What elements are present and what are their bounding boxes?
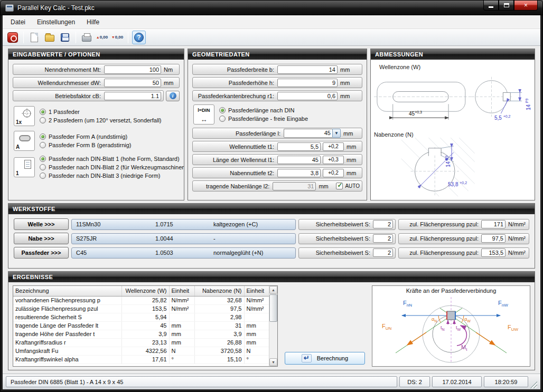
decimal-decrease-button[interactable]: ▼0,00 [110, 31, 124, 44]
betriebsfaktor-input[interactable]: 1.1 [104, 92, 161, 100]
passfederhoehe-input[interactable]: 9 [277, 79, 338, 87]
panel-eingabewerte: EINGABEWERTE / OPTIONEN Nenndrehmoment M… [8, 49, 184, 200]
col-header[interactable]: Nabenzone (N) [194, 286, 244, 296]
field-passfederhoehe: Passfederhöhe h: 9 mm [192, 77, 362, 88]
sicherheitsbeiwert-input[interactable]: 2 [373, 220, 393, 228]
sicherheitsbeiwert-input[interactable]: 2 [373, 248, 393, 257]
panel-ergebnisse: ERGEBNISSE Bezeichnung Wellenzone (W) Ei… [8, 271, 535, 370]
group-passfederlaenge-mode: l=DIN ↔ Passfederlänge nach DIN Passfede… [193, 104, 362, 125]
force-fuw-label: FUW [508, 324, 518, 332]
save-button[interactable] [58, 31, 72, 44]
radio-1-passfeder[interactable]: 1 Passfeder [40, 109, 180, 115]
statusbar: Passfeder DIN 6885 (Blatt 1) - A 14 x 9 … [3, 374, 540, 389]
new-file-button[interactable] [27, 31, 41, 44]
menubar: Datei Einstellungen Hilfe [3, 15, 540, 29]
col-header[interactable]: Einheit [169, 286, 194, 296]
radio-icon [219, 107, 226, 113]
checkbox-icon [336, 183, 343, 189]
nenndrehmoment-input[interactable]: 100 [104, 65, 161, 74]
radio-label: Passfeder nach DIN-Blatt 3 (niedrige For… [49, 173, 161, 179]
maximize-button[interactable] [499, 1, 514, 11]
radio-icon [40, 173, 46, 179]
table-row: Kraftangriffswinkel alpha17,61°15,10° [13, 355, 269, 364]
close-button[interactable]: × [514, 1, 538, 11]
col-header[interactable]: Wellenzone (W) [121, 286, 169, 296]
results-table: Bezeichnung Wellenzone (W) Einheit Naben… [13, 285, 278, 367]
radio-din-blatt-2[interactable]: Passfeder nach DIN-Blatt 2 (für Werkzeug… [40, 164, 184, 170]
flaechenpressung-value: 153,5 [481, 248, 505, 257]
panel-geometriedaten: GEOMETRIEDATEN Passfederbreite b: 14 mm … [188, 49, 367, 200]
welle-material-button[interactable]: Welle >>> [14, 218, 69, 230]
field-label: Sicherheitsbeiwert S: [302, 235, 373, 242]
menu-datei[interactable]: Datei [5, 15, 31, 28]
radio-2-passfedern[interactable]: 2 Passfedern (um 120° versetzt, Sonderfa… [40, 117, 180, 123]
radio-label: 1 Passfeder [49, 109, 80, 115]
tolerance-box: +0,2 [323, 169, 344, 177]
status-time: 18:20:59 [484, 376, 528, 387]
table-scrollbar[interactable]: ▲ ▼ [269, 286, 277, 366]
nabennuttiefe-input[interactable]: 3,8 [277, 169, 321, 177]
radio-form-a[interactable]: Passfeder Form A (rundstirnig) [40, 133, 180, 140]
sicherheitsbeiwert-input[interactable]: 2 [373, 234, 393, 243]
nabenlaenge-input[interactable]: 31 [273, 182, 316, 190]
app-icon [5, 4, 14, 12]
menu-einstellungen[interactable]: Einstellungen [31, 15, 81, 28]
table-row: vorhandenen Flächenpressung p25,82N/mm²3… [13, 296, 269, 304]
print-button[interactable] [80, 31, 93, 44]
field-unit: N/mm² [505, 221, 527, 227]
torque-mt-label: Mt [461, 344, 467, 352]
berechnung-button[interactable]: ↵ Berechnung [285, 352, 365, 365]
material-display: 11SMn30 1.0715 kaltgezogen (+C) [71, 219, 296, 230]
field-passfederbreite: Passfederbreite b: 14 mm [192, 64, 362, 75]
field-label: Passfederlänge l: [196, 130, 284, 137]
material-display: C45 1.0503 normalgeglüht (+N) [71, 247, 296, 259]
laenge-wellennut-input[interactable]: 45 [277, 156, 321, 164]
radio-form-b[interactable]: Passfeder Form B (geradstirnig) [40, 142, 180, 148]
radio-laenge-din[interactable]: Passfederlänge nach DIN [219, 107, 362, 113]
length-arrow-icon: ↔ [194, 117, 214, 123]
din-blatt-icon: 1 [14, 157, 35, 177]
radio-label: 2 Passfedern (um 120° versetzt, Sonderfa… [49, 117, 162, 123]
radio-din-blatt-1[interactable]: Passfeder nach DIN-Blatt 1 (hohe Form, S… [40, 156, 184, 162]
field-unit: mm [338, 93, 360, 99]
help-button[interactable]: ? [132, 31, 146, 44]
col-header[interactable]: Einheit [244, 286, 269, 296]
decimal-increase-button[interactable]: ▲0,00 [95, 31, 109, 44]
field-unit: mm [344, 144, 360, 150]
minimize-button[interactable] [483, 1, 499, 11]
scroll-down-icon[interactable]: ▼ [269, 358, 277, 366]
table-row: resultierende Sicherheit S5,942,98 [13, 313, 269, 321]
passfeder-material-button[interactable]: Passfeder >>> [14, 247, 69, 259]
menu-hilfe[interactable]: Hilfe [81, 15, 105, 28]
passfederbreite-input[interactable]: 14 [277, 65, 338, 74]
col-header[interactable]: Bezeichnung [13, 286, 121, 296]
material-treatment: normalgeglüht (+N) [213, 250, 291, 256]
exit-button[interactable] [6, 31, 20, 44]
status-summary: Passfeder DIN 6885 (Blatt 1) - A 14 x 9 … [6, 376, 397, 387]
titlebar[interactable]: Parallel Key Calc - Test.pkc × [1, 1, 542, 15]
radio-laenge-frei[interactable]: Passfederlänge - freie Eingabe [219, 116, 362, 122]
passfederlaenge-combobox[interactable]: 45 ▼ [284, 129, 341, 138]
material-number: 1.0715 [155, 221, 213, 227]
field-label: Wellendurchmesser dW: [16, 80, 104, 86]
scrollbar-thumb[interactable] [269, 294, 277, 322]
chevron-down-icon[interactable]: ▼ [332, 129, 341, 138]
passfederlaenge-value[interactable]: 45 [284, 129, 332, 138]
auto-checkbox[interactable]: AUTO [336, 183, 360, 189]
wellendurchmesser-input[interactable]: 50 [104, 79, 161, 87]
resize-grip-icon[interactable] [530, 381, 537, 388]
angle-alphan-label: αN [432, 317, 437, 323]
betriebsfaktor-info-button[interactable]: i [166, 91, 180, 101]
field-unit: mm [341, 130, 360, 137]
scroll-up-icon[interactable]: ▲ [269, 286, 277, 294]
info-icon: i [170, 92, 176, 99]
radio-din-blatt-3[interactable]: Passfeder nach DIN-Blatt 3 (niedrige For… [40, 173, 184, 179]
wellennuttiefe-input[interactable]: 5,5 [277, 142, 321, 151]
nabe-material-button[interactable]: Nabe >>> [14, 233, 69, 244]
radio-icon [40, 142, 46, 148]
menu-label: Datei [11, 18, 25, 26]
kantenbrechung-input[interactable]: 0,6 [277, 92, 338, 100]
open-file-button[interactable] [43, 31, 57, 44]
material-treatment: kaltgezogen (+C) [213, 221, 291, 227]
tolerance-box: +0,3 [323, 156, 344, 164]
